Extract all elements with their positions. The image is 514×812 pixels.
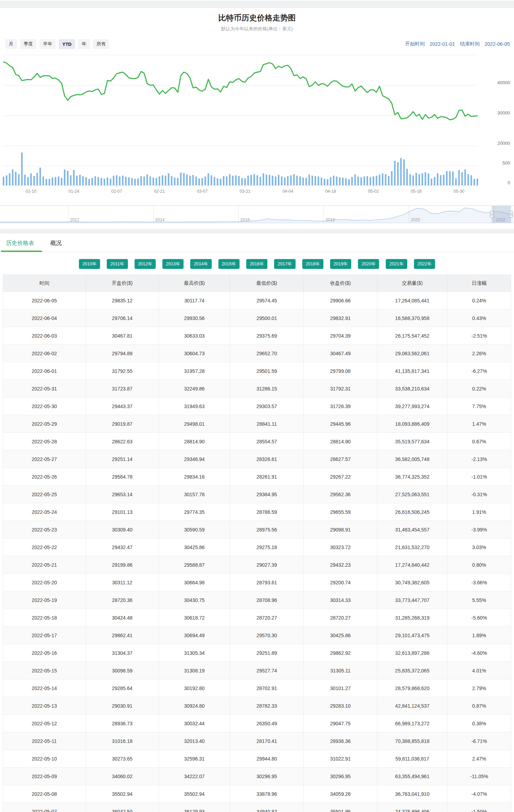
table-cell: 28,579,868,620: [377, 679, 447, 697]
table-cell: 2022-05-13: [3, 697, 86, 715]
year-button-2010[interactable]: 2010年: [79, 259, 100, 269]
table-cell: 31949.63: [159, 398, 230, 415]
svg-text:02-21: 02-21: [154, 189, 165, 194]
table-cell: 30467.49: [304, 345, 377, 362]
navigator-handle-left[interactable]: [490, 211, 493, 217]
table-cell: 2022-05-12: [3, 715, 86, 732]
table-cell: 29432.47: [86, 539, 159, 556]
tab-overview[interactable]: 概况: [50, 235, 62, 252]
table-cell: 31305.34: [159, 644, 230, 662]
table-cell: 29652.70: [230, 345, 304, 362]
table-cell: 2022-05-21: [3, 556, 86, 574]
table-cell: 29275.18: [230, 539, 304, 556]
year-button-2017[interactable]: 2017年: [274, 259, 295, 269]
table-cell: 36,763,041,910: [377, 785, 447, 803]
table-row: 2022-05-1030273.6532596.3129944.8031022.…: [3, 750, 511, 768]
range-button-5[interactable]: 所有: [93, 39, 109, 49]
year-button-2018[interactable]: 2018年: [302, 259, 323, 269]
navigator-selection[interactable]: [492, 206, 511, 223]
table-cell: 29,083,562,061: [377, 345, 447, 362]
column-header-4: 收盘价($): [304, 275, 377, 292]
table-cell: 27,525,063,551: [377, 486, 447, 503]
table-cell: 30,749,382,605: [377, 574, 447, 591]
timeline-navigator[interactable]: 201220142016201820202022: [0, 205, 514, 223]
table-cell: 29832.91: [304, 309, 377, 327]
tab-history-price-table[interactable]: 历史价格表: [6, 235, 34, 252]
table-cell: 30309.40: [86, 521, 159, 539]
range-button-4[interactable]: 年: [78, 39, 90, 49]
year-button-2012[interactable]: 2012年: [135, 259, 156, 269]
table-cell: 29862.92: [304, 644, 377, 662]
table-cell: 31726.39: [304, 398, 377, 415]
table-cell: 18,093,886,409: [377, 415, 447, 433]
table-cell: 29655.59: [304, 503, 377, 521]
table-cell: -3.99%: [447, 521, 511, 539]
range-button-3-active[interactable]: YTD: [59, 39, 75, 49]
table-cell: 29303.57: [230, 398, 304, 415]
date-range-picker: 开始时间 2022-01-01 结束时间 2022-06-05: [405, 41, 510, 47]
table-cell: 31022.91: [304, 750, 377, 768]
year-button-2011[interactable]: 2011年: [107, 259, 128, 269]
table-cell: 30314.33: [304, 591, 377, 609]
table-cell: 2022-05-30: [3, 398, 86, 415]
table-cell: 31723.87: [86, 380, 159, 398]
year-button-2021[interactable]: 2021年: [386, 259, 407, 269]
table-cell: 28720.27: [304, 609, 377, 627]
range-button-0[interactable]: 月: [5, 39, 17, 49]
table-cell: 29432.23: [304, 556, 377, 574]
year-button-2020[interactable]: 2020年: [358, 259, 379, 269]
table-cell: 28720.36: [86, 591, 159, 609]
year-button-2016[interactable]: 2016年: [246, 259, 267, 269]
table-cell: 34059.26: [304, 785, 377, 803]
table-cell: 28786.59: [230, 503, 304, 521]
table-cell: 30032.44: [159, 715, 230, 732]
table-cell: 30467.81: [86, 327, 159, 345]
table-cell: 2022-05-29: [3, 415, 86, 433]
table-cell: 30296.95: [304, 768, 377, 785]
table-cell: 29500.01: [230, 309, 304, 327]
range-button-2[interactable]: 半年: [39, 39, 56, 49]
year-button-2015[interactable]: 2015年: [218, 259, 240, 269]
table-cell: 29862.41: [86, 627, 159, 644]
table-cell: 29774.35: [159, 503, 230, 521]
table-cell: 24,375,896,406: [377, 803, 447, 812]
page-subtitle: 默认为今年以来的价格(单位：美元): [0, 26, 514, 32]
year-button-2014[interactable]: 2014年: [190, 259, 211, 269]
price-volume-chart[interactable]: 200003000040000500001-1001-2402-0702-210…: [0, 50, 514, 200]
table-cell: -5.60%: [447, 609, 511, 627]
table-row: 2022-05-3131723.8732249.8631286.1531792.…: [3, 380, 511, 398]
table-row: 2022-05-2529653.1430157.7829384.9529562.…: [3, 486, 511, 503]
navigator-handle-right[interactable]: [509, 211, 513, 217]
table-cell: 2022-06-01: [3, 362, 86, 380]
table-cell: 29019.87: [86, 415, 159, 433]
column-header-3: 最低价($): [230, 275, 304, 292]
table-cell: 36,774,325,352: [377, 468, 447, 486]
table-cell: 0.67%: [447, 433, 511, 450]
table-cell: 30590.59: [159, 521, 230, 539]
year-button-2013[interactable]: 2013年: [162, 259, 184, 269]
table-cell: 28261.91: [230, 468, 304, 486]
table-cell: 28782.33: [230, 697, 304, 715]
end-date-value[interactable]: 2022-06-05: [484, 41, 510, 47]
year-button-2022[interactable]: 2022年: [414, 259, 435, 269]
start-date-value[interactable]: 2022-01-01: [430, 41, 455, 47]
table-row: 2022-06-0529835.1230117.7429574.4529906.…: [3, 292, 511, 309]
table-cell: 2022-05-20: [3, 574, 86, 591]
table-cell: 26,175,547,452: [377, 327, 447, 345]
table-cell: 29346.94: [159, 450, 230, 468]
table-cell: 30618.72: [159, 609, 230, 627]
price-table-header: 时间开盘价($)最高价($)最低价($)收盘价($)交易量($)日涨幅: [3, 275, 511, 292]
table-cell: 29047.75: [304, 715, 377, 732]
table-cell: 29384.95: [230, 486, 304, 503]
navigator-year-label: 2014: [155, 217, 165, 222]
table-row: 2022-06-0229794.8930604.7329652.7030467.…: [3, 345, 511, 362]
table-cell: 41,135,817,341: [377, 362, 447, 380]
table-cell: 29267.22: [304, 468, 377, 486]
table-cell: 2022-06-02: [3, 345, 86, 362]
range-button-1[interactable]: 季度: [20, 39, 36, 49]
year-button-2019[interactable]: 2019年: [330, 259, 351, 269]
table-row: 2022-05-0835502.9435502.9433878.9634059.…: [3, 785, 511, 803]
table-cell: 29027.39: [230, 556, 304, 574]
table-cell: 5.55%: [447, 591, 511, 609]
table-cell: 66,989,173,272: [377, 715, 447, 732]
